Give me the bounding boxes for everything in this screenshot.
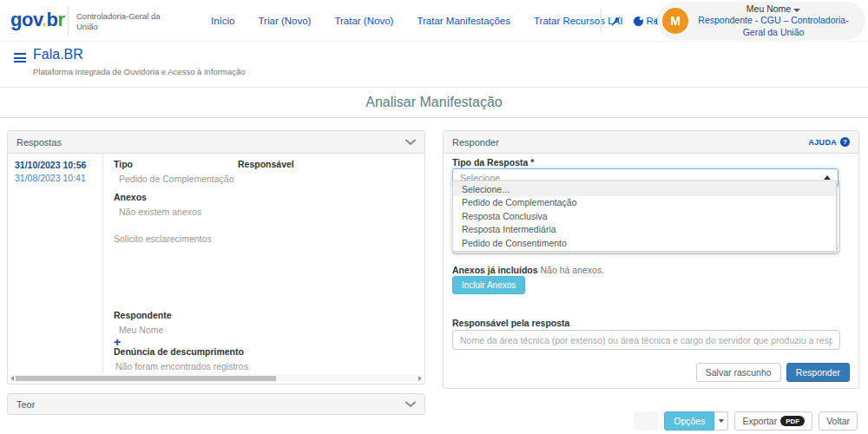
response-date-item[interactable]: 31/08/2023 10:41 (15, 173, 95, 183)
response-date-item[interactable]: 31/10/2023 10:56 (15, 160, 95, 170)
dropdown-option[interactable]: Pedido de Consentimento (453, 236, 836, 250)
button-placeholder (634, 411, 658, 431)
anexos-incluidos-value: Não há anexos. (541, 265, 605, 275)
respondente-value: Meu Nome (119, 325, 163, 335)
avatar: M (662, 8, 688, 34)
tipo-label: Tipo (114, 159, 133, 169)
response-detail: Tipo Pedido de Complementação Responsáve… (103, 154, 424, 373)
respostas-panel-header[interactable]: Respostas (8, 131, 424, 154)
respondente-label: Respondente (114, 310, 172, 320)
user-role: Respondente - CGU – Controladoria-Geral … (688, 15, 858, 37)
help-label: AJUDA (808, 138, 837, 147)
scrollbar-thumb[interactable] (16, 376, 276, 381)
cookie-icon[interactable] (633, 16, 644, 27)
app-tagline: Plataforma Integrada de Ouvidoria e Aces… (33, 67, 246, 76)
responsavel-resposta-label: Responsável pela resposta (452, 318, 569, 328)
logo-b: b (47, 9, 58, 30)
scroll-right-icon[interactable] (418, 376, 422, 381)
nav-triar-novo[interactable]: Triar (Novo) (259, 16, 312, 26)
incluir-anexos-button[interactable]: Incluir Anexos (452, 276, 525, 294)
logo-gov: gov (10, 9, 42, 30)
opcoes-split-button: Opções (664, 411, 728, 431)
responder-actions: Salvar rascunho Responder (696, 363, 850, 382)
user-name: Meu Nome (688, 3, 858, 15)
responder-panel-title: Responder (452, 137, 499, 148)
horizontal-scrollbar[interactable] (9, 374, 424, 382)
user-text: Meu Nome Respondente - CGU – Controlador… (688, 3, 858, 37)
nav-tratar-manifestacoes[interactable]: Tratar Manifestações (417, 16, 510, 26)
caret-down-icon (719, 419, 724, 423)
add-button[interactable]: + (114, 338, 121, 346)
page-title: Analisar Manifestação (0, 88, 868, 118)
salvar-rascunho-button[interactable]: Salvar rascunho (696, 363, 781, 382)
anexos-incluidos-label: Anexos já incluídos (452, 265, 538, 275)
app-bar: Fala.BR Plataforma Integrada de Ouvidori… (0, 42, 868, 88)
chevron-down-icon (405, 401, 416, 408)
page: gov.br Controladoria-Geral da União Iníc… (0, 0, 868, 434)
logo-r: r (58, 9, 65, 30)
header-divider (601, 9, 602, 33)
responsavel-resposta-input[interactable] (452, 330, 840, 350)
responder-panel: Responder AJUDA ? Tipo da Resposta * Sel… (443, 130, 859, 389)
footer-actions: Opções Exportar PDF Voltar (634, 411, 858, 431)
user-menu[interactable]: M Meu Nome Respondente - CGU – Controlad… (657, 2, 865, 40)
voltar-button[interactable]: Voltar (819, 411, 858, 431)
response-message: Solicito esclarecimentos (114, 233, 212, 244)
anexos-status: Anexos já incluídos Não há anexos. (452, 265, 604, 275)
help-question-icon: ? (840, 137, 850, 147)
teor-panel-header[interactable]: Teor (7, 393, 425, 415)
chevron-down-icon (405, 139, 416, 146)
opcoes-caret-button[interactable] (714, 411, 728, 431)
responder-body: Tipo da Resposta * Selecione... Selecion… (444, 154, 858, 388)
dropdown-option[interactable]: Resposta Intermediária (453, 223, 836, 237)
exportar-pdf-button[interactable]: Exportar PDF (734, 411, 812, 431)
govbr-logo[interactable]: gov.br (10, 8, 65, 32)
denuncia-label: Denúncia de descumprimento (114, 346, 244, 357)
exportar-label: Exportar (742, 416, 777, 426)
scroll-left-icon[interactable] (10, 376, 14, 381)
respostas-panel: Respostas 31/10/2023 10:56 31/08/2023 10… (7, 130, 425, 385)
logo-divider (68, 6, 69, 36)
responder-button[interactable]: Responder (786, 363, 850, 382)
anexos-label: Anexos (114, 192, 147, 202)
responder-panel-header: Responder AJUDA ? (444, 131, 858, 154)
top-header: gov.br Controladoria-Geral da União Iníc… (0, 0, 868, 42)
denuncia-value: Não foram encontrados registros. (115, 361, 251, 372)
help-link[interactable]: AJUDA ? (808, 137, 850, 147)
caret-up-icon (824, 175, 831, 180)
tipo-resposta-dropdown: Selecione... Pedido de Complementação Re… (452, 181, 837, 252)
anexos-value: Não existem anexos (119, 207, 201, 217)
nav-inicio[interactable]: Início (211, 16, 235, 26)
response-date-list: 31/10/2023 10:56 31/08/2023 10:41 (8, 154, 103, 373)
dropdown-option[interactable]: Resposta Conclusiva (453, 209, 836, 223)
menu-icon[interactable] (14, 53, 26, 62)
teor-panel-title: Teor (16, 399, 35, 410)
dropdown-option[interactable]: Pedido de Complementação (453, 196, 836, 210)
tipo-value: Pedido de Complementação (119, 174, 234, 184)
tipo-resposta-label: Tipo da Resposta * (452, 157, 534, 168)
respostas-body: 31/10/2023 10:56 31/08/2023 10:41 Tipo P… (8, 154, 424, 384)
app-name[interactable]: Fala.BR (33, 47, 83, 62)
caret-down-icon (793, 9, 800, 12)
responsavel-label: Responsável (238, 159, 294, 169)
org-name: Controladoria-Geral da União (76, 11, 163, 33)
accessibility-cursor-icon[interactable] (610, 16, 621, 27)
respostas-panel-title: Respostas (16, 137, 62, 148)
dropdown-option[interactable]: Selecione... (453, 182, 836, 196)
opcoes-button[interactable]: Opções (664, 411, 714, 431)
pdf-badge: PDF (780, 416, 805, 426)
nav-tratar-novo[interactable]: Tratar (Novo) (334, 16, 393, 26)
